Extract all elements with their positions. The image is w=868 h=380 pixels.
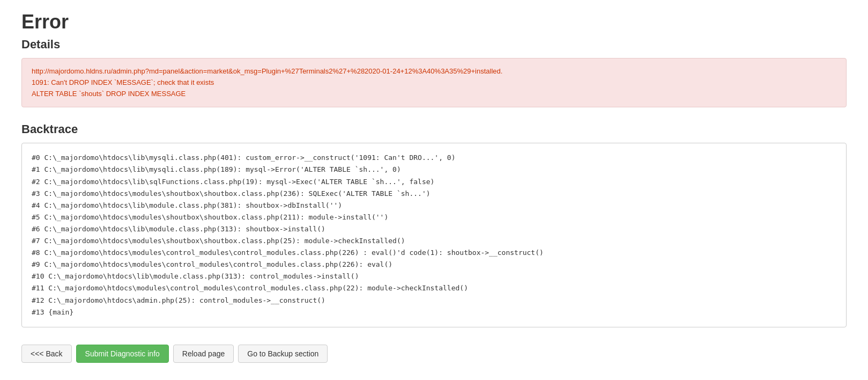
- backtrace-line: #1 C:\_majordomo\htdocs\lib\mysqli.class…: [32, 164, 836, 176]
- backtrace-line: #12 C:\_majordomo\htdocs\admin.php(25): …: [32, 295, 836, 306]
- details-heading: Details: [21, 38, 847, 52]
- backtrace-line: #9 C:\_majordomo\htdocs\modules\control_…: [32, 259, 836, 271]
- backtrace-line: #6 C:\_majordomo\htdocs\lib\module.class…: [32, 223, 836, 235]
- button-row: <<< Back Submit Diagnostic info Reload p…: [21, 340, 847, 363]
- backtrace-line: #4 C:\_majordomo\htdocs\lib\module.class…: [32, 200, 836, 211]
- reload-button[interactable]: Reload page: [173, 345, 234, 363]
- backtrace-line: #8 C:\_majordomo\htdocs\modules\control_…: [32, 247, 836, 259]
- backtrace-box: #0 C:\_majordomo\htdocs\lib\mysqli.class…: [21, 143, 847, 327]
- page-title: Error: [21, 11, 847, 33]
- back-button[interactable]: <<< Back: [21, 345, 72, 363]
- error-url: http://majordomo.hldns.ru/admin.php?md=p…: [32, 66, 836, 77]
- backtrace-line: #0 C:\_majordomo\htdocs\lib\mysqli.class…: [32, 152, 836, 164]
- backtrace-section: Backtrace #0 C:\_majordomo\htdocs\lib\my…: [21, 122, 847, 327]
- error-sql: ALTER TABLE `shouts` DROP INDEX MESSAGE: [32, 89, 836, 100]
- backtrace-heading: Backtrace: [21, 122, 847, 136]
- backtrace-line: #3 C:\_majordomo\htdocs\modules\shoutbox…: [32, 188, 836, 200]
- goto-backup-button[interactable]: Go to Backup section: [238, 345, 328, 363]
- backtrace-line: #5 C:\_majordomo\htdocs\modules\shoutbox…: [32, 211, 836, 223]
- backtrace-line: #11 C:\_majordomo\htdocs\modules\control…: [32, 282, 836, 294]
- error-message: 1091: Can't DROP INDEX `MESSAGE`; check …: [32, 77, 836, 89]
- backtrace-line: #13 {main}: [32, 306, 836, 318]
- backtrace-line: #2 C:\_majordomo\htdocs\lib\sqlFunctions…: [32, 176, 836, 188]
- backtrace-line: #10 C:\_majordomo\htdocs\lib\module.clas…: [32, 271, 836, 282]
- backtrace-line: #7 C:\_majordomo\htdocs\modules\shoutbox…: [32, 235, 836, 247]
- submit-diagnostic-button[interactable]: Submit Diagnostic info: [76, 345, 169, 363]
- error-details-box: http://majordomo.hldns.ru/admin.php?md=p…: [21, 58, 847, 107]
